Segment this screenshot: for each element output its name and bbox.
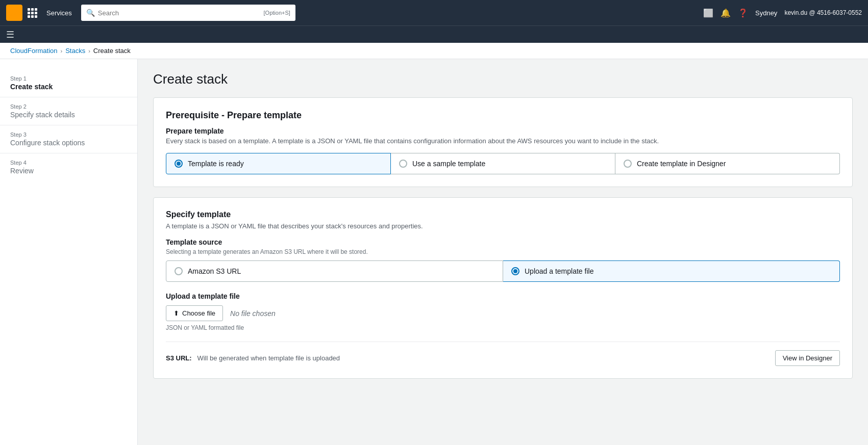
step-3-label: Step 3 <box>10 132 127 138</box>
source-options: Amazon S3 URL Upload a template file <box>166 260 840 282</box>
specify-title: Specify template <box>166 210 840 219</box>
step-4-label: Step 4 <box>10 160 127 166</box>
apps-grid-icon[interactable] <box>28 8 37 18</box>
prerequisite-title: Prerequisite - Prepare template <box>166 110 840 121</box>
file-format-hint: JSON or YAML formatted file <box>166 324 840 331</box>
sidebar-step-3: Step 3 Configure stack options <box>0 125 137 153</box>
upload-label: Upload a template file <box>166 292 840 300</box>
upload-row: ⬆ Choose file No file chosen <box>166 305 840 321</box>
choose-file-label: Choose file <box>182 309 215 317</box>
sidebar-step-4: Step 4 Review <box>0 153 137 181</box>
s3-url-row: S3 URL: Will be generated when template … <box>166 342 840 366</box>
prepare-desc: Every stack is based on a template. A te… <box>166 137 840 145</box>
breadcrumb-stacks[interactable]: Stacks <box>65 47 85 55</box>
choose-file-button[interactable]: ⬆ Choose file <box>166 305 223 321</box>
search-shortcut: [Option+S] <box>264 10 290 16</box>
region-selector[interactable]: Sydney <box>755 9 777 17</box>
bell-icon[interactable]: 🔔 <box>721 8 731 18</box>
sidebar-step-1: Step 1 Create stack <box>0 69 137 97</box>
radio-label-sample: Use a sample template <box>412 160 485 168</box>
nav-right: ⬜ 🔔 ❓ Sydney kevin.du @ 4516-6037-0552 <box>703 8 862 18</box>
page-title: Create stack <box>153 71 853 87</box>
radio-label-template-ready: Template is ready <box>188 160 244 168</box>
step-4-title: Review <box>10 167 127 175</box>
breadcrumb-cloudformation[interactable]: CloudFormation <box>10 47 58 55</box>
search-input[interactable] <box>98 9 261 17</box>
sidebar-step-2: Step 2 Specify stack details <box>0 97 137 125</box>
s3-url-text: S3 URL: Will be generated when template … <box>166 354 340 362</box>
search-bar[interactable]: 🔍 [Option+S] <box>81 5 295 21</box>
source-label: Template source <box>166 238 840 246</box>
radio-circle-template-ready <box>175 160 183 168</box>
search-icon: 🔍 <box>86 9 95 17</box>
prepare-label: Prepare template <box>166 127 840 135</box>
no-file-text: No file chosen <box>230 309 276 318</box>
content-area: Create stack Prerequisite - Prepare temp… <box>138 59 868 445</box>
main-layout: Step 1 Create stack Step 2 Specify stack… <box>0 59 868 445</box>
source-label-s3: Amazon S3 URL <box>188 267 241 275</box>
radio-sample-template[interactable]: Use a sample template <box>391 153 615 174</box>
step-2-label: Step 2 <box>10 103 127 110</box>
breadcrumb-sep-1: › <box>61 48 63 54</box>
upload-icon: ⬆ <box>173 309 179 317</box>
step-1-title: Create stack <box>10 83 127 91</box>
source-label-upload: Upload a template file <box>525 267 593 275</box>
step-3-title: Configure stack options <box>10 139 127 147</box>
prepare-options: Template is ready Use a sample template … <box>166 153 840 174</box>
s3-url-label: S3 URL: <box>166 354 192 362</box>
source-desc: Selecting a template generates an Amazon… <box>166 248 840 255</box>
source-upload-file[interactable]: Upload a template file <box>503 260 840 282</box>
user-menu[interactable]: kevin.du @ 4516-6037-0552 <box>784 9 862 16</box>
radio-circle-sample <box>399 160 407 168</box>
sidebar: Step 1 Create stack Step 2 Specify stack… <box>0 59 138 445</box>
radio-create-designer[interactable]: Create template in Designer <box>615 153 840 174</box>
breadcrumb-current: Create stack <box>93 47 131 55</box>
breadcrumb-sep-2: › <box>88 48 90 54</box>
terminal-icon[interactable]: ⬜ <box>703 8 713 18</box>
hamburger-icon[interactable]: ☰ <box>6 29 14 40</box>
view-in-designer-button[interactable]: View in Designer <box>775 350 840 366</box>
radio-circle-upload <box>511 267 519 275</box>
source-amazon-s3[interactable]: Amazon S3 URL <box>166 260 503 282</box>
radio-circle-designer <box>624 160 632 168</box>
step-1-label: Step 1 <box>10 75 127 82</box>
topnav: Services 🔍 [Option+S] ⬜ 🔔 ❓ Sydney kevin… <box>0 0 868 25</box>
breadcrumb: CloudFormation › Stacks › Create stack <box>0 43 868 59</box>
s3-url-value: Will be generated when template file is … <box>197 354 340 362</box>
help-icon[interactable]: ❓ <box>738 8 748 18</box>
radio-label-designer: Create template in Designer <box>637 160 726 168</box>
aws-logo <box>6 5 22 21</box>
radio-template-ready[interactable]: Template is ready <box>166 153 391 174</box>
step-2-title: Specify stack details <box>10 111 127 119</box>
prerequisite-section: Prerequisite - Prepare template Prepare … <box>153 97 853 187</box>
specify-section: Specify template A template is a JSON or… <box>153 197 853 379</box>
specify-desc: A template is a JSON or YAML file that d… <box>166 222 840 230</box>
secondbar: ☰ <box>0 25 868 43</box>
services-menu[interactable]: Services <box>42 7 76 19</box>
radio-circle-s3 <box>175 267 183 275</box>
